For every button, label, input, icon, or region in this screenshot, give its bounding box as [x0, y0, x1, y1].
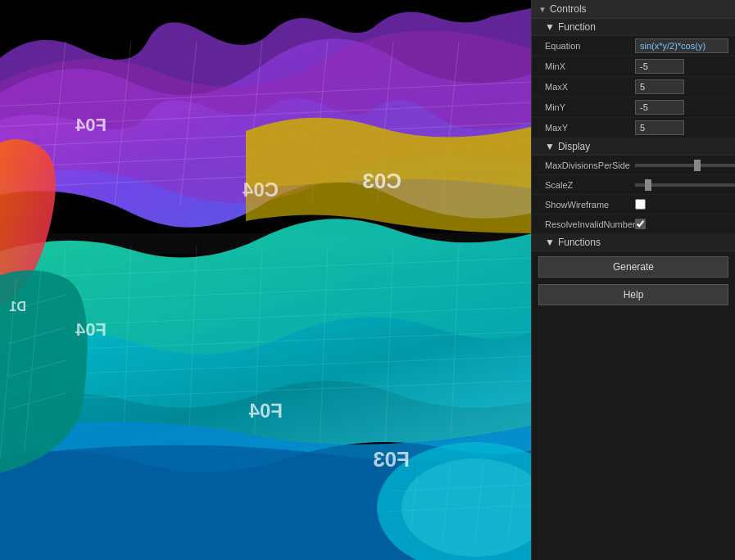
max-divisions-container: 120 [635, 160, 735, 171]
equation-label: Equation [545, 41, 635, 51]
controls-header[interactable]: ▼ Controls [532, 0, 735, 19]
svg-text:F04: F04 [75, 319, 107, 340]
controls-label: Controls [550, 3, 587, 15]
svg-text:F04: F04 [75, 115, 107, 135]
svg-text:C04: C04 [242, 178, 279, 201]
resolve-invalid-label: ResolveInvalidNumbers [545, 219, 635, 229]
maxx-input[interactable] [635, 79, 684, 94]
function-section-label: Function [558, 21, 596, 33]
maxx-label: MaxX [545, 82, 635, 92]
resolve-invalid-checkbox-container [635, 219, 646, 229]
miny-value-container [635, 100, 728, 115]
functions-section-header[interactable]: ▼ Functions [532, 234, 735, 251]
function-section-header[interactable]: ▼ Function [532, 19, 735, 36]
show-wireframe-checkbox[interactable] [635, 199, 646, 210]
show-wireframe-row: ShowWireframe [532, 195, 735, 215]
minx-value-container [635, 59, 728, 74]
display-section-header[interactable]: ▼ Display [532, 138, 735, 156]
svg-text:F03: F03 [373, 447, 410, 472]
resolve-invalid-checkbox[interactable] [635, 219, 646, 229]
equation-row: Equation [532, 36, 735, 56]
scale-z-slider[interactable] [635, 183, 735, 187]
function-collapse-icon: ▼ [545, 21, 555, 33]
max-divisions-row: MaxDivisionsPerSide 120 [532, 156, 735, 175]
show-wireframe-label: ShowWireframe [545, 200, 635, 210]
help-button[interactable]: Help [538, 284, 728, 305]
show-wireframe-checkbox-container [635, 199, 646, 210]
miny-input[interactable] [635, 100, 684, 115]
3d-visualization: F04 C04 C03 F04 F04 F03 F03 G0 D1 [0, 0, 531, 560]
miny-row: MinY [532, 97, 735, 118]
maxx-row: MaxX [532, 77, 735, 97]
svg-text:C03: C03 [362, 169, 402, 193]
resolve-invalid-row: ResolveInvalidNumbers [532, 215, 735, 234]
maxy-row: MaxY [532, 118, 735, 138]
scale-z-label: ScaleZ [545, 180, 635, 190]
maxx-value-container [635, 79, 728, 94]
display-collapse-icon: ▼ [545, 141, 555, 152]
minx-row: MinX [532, 56, 735, 77]
equation-input[interactable] [635, 38, 728, 53]
controls-collapse-icon: ▼ [538, 5, 547, 14]
canvas-area[interactable]: F04 C04 C03 F04 F04 F03 F03 G0 D1 [0, 0, 531, 560]
display-section-label: Display [558, 141, 590, 152]
scale-z-container: 1 [635, 179, 735, 191]
svg-text:D1: D1 [9, 300, 26, 314]
resolve-invalid-container [635, 219, 728, 229]
max-divisions-label: MaxDivisionsPerSide [545, 160, 635, 170]
maxy-input[interactable] [635, 120, 684, 135]
generate-button[interactable]: Generate [538, 256, 728, 278]
functions-collapse-icon: ▼ [545, 237, 555, 248]
equation-value-container [635, 38, 728, 53]
svg-text:F04: F04 [248, 400, 283, 422]
functions-section-label: Functions [558, 237, 601, 248]
minx-input[interactable] [635, 59, 684, 74]
maxy-label: MaxY [545, 123, 635, 133]
max-divisions-slider[interactable] [635, 164, 735, 167]
minx-label: MinX [545, 61, 635, 71]
miny-label: MinY [545, 102, 635, 112]
maxy-value-container [635, 120, 728, 135]
scale-z-row: ScaleZ 1 [532, 175, 735, 195]
show-wireframe-container [635, 199, 728, 210]
control-panel: ▼ Controls ▼ Function Equation MinX MaxX… [531, 0, 735, 560]
